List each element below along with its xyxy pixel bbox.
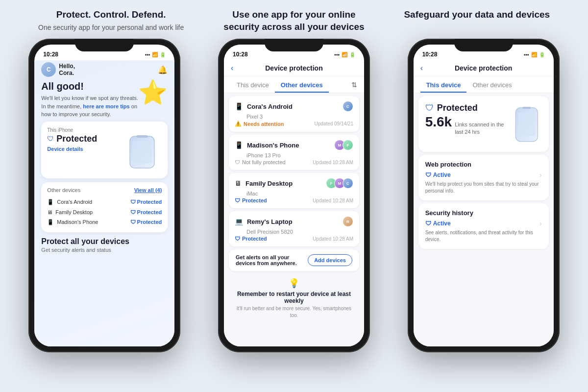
- phone1-notch: [75, 39, 134, 51]
- chevron-right2-icon: ›: [539, 220, 542, 227]
- col3-heading: Safeguard your data and devices: [398, 9, 555, 21]
- chevron-right-icon: ›: [539, 171, 542, 179]
- other-device-name-1: 📱 Cora's Android: [47, 199, 92, 205]
- this-iphone-label: This iPhone: [47, 127, 162, 133]
- protected-big: 🛡 Protected: [425, 103, 512, 113]
- avatar-r: R: [343, 216, 353, 227]
- svg-rect-5: [522, 107, 531, 109]
- battery-icon: 🔋: [160, 52, 166, 57]
- tabs-row: This device Other devices ⇅: [224, 76, 364, 93]
- shield-sm3-icon: 🛡: [130, 219, 136, 225]
- col1-heading: Protect. Control. Defend.: [33, 9, 190, 21]
- phone3-status-icons: ▪▪▪ 📶 🔋: [524, 52, 545, 57]
- desktop-icon: 🖥: [47, 209, 52, 215]
- links-number: 5.6k: [425, 114, 452, 130]
- phone2-nav-header: ‹ Device protection: [224, 60, 364, 76]
- device1-icon: 📱: [235, 102, 243, 110]
- other-device-status-1: 🛡 Protected: [130, 199, 162, 205]
- phone3-tab-this-device[interactable]: This device: [420, 76, 467, 93]
- phone3-content: ‹ Device protection This device Other de…: [414, 60, 554, 346]
- tip-title: Remember to restart your device at least…: [234, 291, 354, 304]
- phone3-back-button[interactable]: ‹: [420, 64, 423, 73]
- protected-big-text: Protected: [437, 103, 478, 113]
- device3-icon: 🖥: [235, 179, 242, 187]
- phone3-nav-header: ‹ Device protection: [414, 60, 554, 76]
- sort-icon[interactable]: ⇅: [351, 81, 357, 89]
- battery3-icon: 🔋: [539, 52, 545, 57]
- other-device-status-2: 🛡 Protected: [130, 209, 162, 215]
- col1-header: Protect. Control. Defend. One security a…: [33, 9, 190, 33]
- phone1: 10:28 ▪▪▪ 📶 🔋 C Hello, Cora.: [28, 39, 180, 352]
- web-protection-card[interactable]: Web protection 🛡 Active › We'll help pro…: [418, 155, 549, 200]
- shield-sm2-icon: 🛡: [130, 209, 136, 215]
- more-tips-link[interactable]: here are more tips: [83, 103, 129, 109]
- all-good-desc: We'll let you know if we spot any threat…: [41, 94, 138, 119]
- web-protection-active: 🛡 Active: [425, 172, 451, 178]
- all-good-title: All good!: [41, 81, 138, 92]
- device3-model: iMac: [246, 191, 353, 196]
- shield-big-icon: 🛡: [425, 103, 434, 113]
- phone3-notch: [454, 39, 513, 51]
- device-list-item-1[interactable]: 📱 Cora's Android C Pixel 3 ⚠️ Needs atte…: [229, 96, 359, 132]
- device-1-name-row: 📱 Cora's Android: [235, 102, 293, 110]
- tab-other-devices[interactable]: Other devices: [275, 76, 329, 93]
- device4-icon: 💻: [235, 218, 243, 225]
- phone3-device-illustration: [512, 103, 542, 147]
- user-avatar: C: [41, 62, 56, 77]
- device-details-link[interactable]: Device details: [47, 146, 97, 152]
- device1-updated: Updated 09/14/21: [314, 121, 353, 126]
- phone3-tabs-left: This device Other devices: [420, 76, 518, 93]
- phone3-inner: 10:28 ▪▪▪ 📶 🔋 ‹ Device protection This d…: [414, 45, 554, 346]
- phone-icon: 📱: [47, 219, 54, 225]
- bell-icon[interactable]: 🔔: [158, 65, 168, 74]
- avatar-greeting: C Hello, Cora.: [41, 62, 75, 77]
- not-fully-status: 🛡 Not fully protected: [235, 159, 286, 165]
- device-list-item-2[interactable]: 📱 Madison's Phone M F iPhone 13 Pro 🛡 No…: [229, 135, 359, 170]
- greeting-text: Hello, Cora.: [59, 63, 75, 76]
- other-device-name-2: 🖥 Family Desktop: [47, 209, 93, 215]
- this-iphone-card[interactable]: This iPhone 🛡 Protected Device details: [41, 122, 168, 178]
- signal3-icon: ▪▪▪: [524, 52, 529, 57]
- bottom-alert-bar: Get alerts on all your devices from anyw…: [229, 249, 359, 271]
- security-history-title: Security history: [425, 209, 542, 217]
- view-all-link[interactable]: View all (4): [134, 187, 162, 193]
- back-button[interactable]: ‹: [231, 64, 233, 73]
- device4-updated: Updated 10:28 AM: [313, 236, 353, 242]
- protected-text: Protected: [56, 134, 97, 144]
- device3-status-row: 🛡 Protected Updated 10:28 AM: [235, 197, 353, 203]
- tab-this-device[interactable]: This device: [231, 76, 275, 93]
- tip-desc: It'll run better and be more secure. Yes…: [234, 305, 354, 319]
- add-devices-button[interactable]: Add devices: [308, 254, 352, 266]
- device-list-item-4[interactable]: 💻 Remy's Laptop R Dell Precision 5820 🛡 …: [229, 211, 359, 246]
- protected-row: 🛡 Protected: [47, 134, 97, 144]
- phone3-tab-other-devices[interactable]: Other devices: [466, 76, 517, 93]
- needs-attention-status: ⚠️ Needs attention: [235, 121, 284, 127]
- device-illustration: [122, 134, 162, 171]
- phone2-notch: [265, 39, 323, 51]
- other-device-name-3: 📱 Madison's Phone: [47, 219, 98, 225]
- greeting-row: C Hello, Cora. 🔔: [41, 62, 168, 77]
- phone3-time: 10:28: [422, 51, 438, 58]
- svg-rect-4: [518, 113, 535, 136]
- phone2-status-icons: ▪▪▪ 📶 🔋: [334, 52, 355, 57]
- shield-blue3-icon: 🛡: [235, 197, 240, 203]
- signal2-icon: ▪▪▪: [334, 52, 340, 57]
- shield-icon: 🛡: [47, 135, 54, 143]
- security-history-status-row: 🛡 Active ›: [425, 220, 542, 227]
- phone3: 10:28 ▪▪▪ 📶 🔋 ‹ Device protection This d…: [408, 39, 560, 352]
- device-1-top: 📱 Cora's Android C: [235, 101, 353, 112]
- security-history-card[interactable]: Security history 🛡 Active › See alerts, …: [418, 203, 549, 249]
- device1-avatars: C: [343, 101, 353, 112]
- protected-status-3: 🛡 Protected: [235, 197, 267, 203]
- shield-sm-icon: 🛡: [130, 199, 136, 205]
- device-4-top: 💻 Remy's Laptop R: [235, 216, 353, 227]
- battery2-icon: 🔋: [349, 52, 355, 57]
- phone2-content: ‹ Device protection This device Other de…: [224, 60, 364, 346]
- device2-model: iPhone 13 Pro: [246, 152, 353, 158]
- device2-icon: 📱: [235, 141, 243, 149]
- tip-section: 💡 Remember to restart your device at lea…: [224, 271, 364, 319]
- links-desc: Links scanned in the last 24 hrs: [455, 121, 512, 135]
- shield-history-icon: 🛡: [425, 220, 431, 227]
- other-device-row-1: 📱 Cora's Android 🛡 Protected: [47, 197, 162, 207]
- device-list-item-3[interactable]: 🖥 Family Desktop F M C iMac 🛡: [229, 173, 359, 208]
